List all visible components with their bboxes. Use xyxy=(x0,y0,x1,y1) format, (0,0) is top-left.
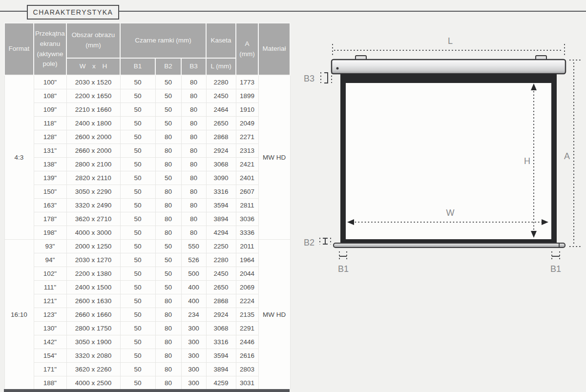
table-row: 130"2800 x 1750508030030682291 xyxy=(4,322,290,335)
cell-wxh: 2000 x 1250 xyxy=(66,240,120,253)
cell-a: 2044 xyxy=(236,267,258,281)
cell-l: 2280 xyxy=(206,75,236,89)
cell-a: 2011 xyxy=(236,240,258,253)
col-header-l-mm: L (mm) xyxy=(206,58,236,75)
cell-diagonal: 198" xyxy=(34,226,66,240)
table-row: 16:1093"2000 x 1250505055022502011MW HD xyxy=(4,240,290,253)
table-row: 178"3620 x 271050808038943036 xyxy=(4,212,290,226)
cell-diagonal: 139" xyxy=(34,171,66,185)
dim-label-b2: B2 xyxy=(304,238,314,248)
cell-l: 2868 xyxy=(206,294,236,308)
cell-l: 3594 xyxy=(206,349,236,363)
cell-a: 2271 xyxy=(236,130,258,144)
cell-b1: 50 xyxy=(120,130,155,144)
cell-diagonal: 171" xyxy=(34,363,66,376)
cassette-housing xyxy=(332,60,565,74)
cell-b1: 50 xyxy=(120,322,155,335)
cassette-screw-icon xyxy=(336,67,339,70)
table-row: 102"2200 x 1380505050024502044 xyxy=(4,267,290,281)
cell-b2: 80 xyxy=(155,294,181,308)
cell-diagonal: 142" xyxy=(34,335,66,349)
cell-b2: 50 xyxy=(155,117,181,130)
cell-a: 2421 xyxy=(236,158,258,171)
dim-label-h: H xyxy=(524,156,530,166)
cell-l: 3068 xyxy=(206,322,236,335)
cell-b2: 50 xyxy=(155,253,181,267)
cell-a: 1899 xyxy=(236,89,258,103)
cell-wxh: 3320 x 2080 xyxy=(66,349,120,363)
table-row: 118"2400 x 180050508026502049 xyxy=(4,117,290,130)
screen-dimension-diagram: L H W A B3 B2 xyxy=(293,20,586,283)
cell-l: 2250 xyxy=(206,240,236,253)
cell-b3: 526 xyxy=(181,253,206,267)
cell-diagonal: 178" xyxy=(34,212,66,226)
cell-wxh: 2600 x 2000 xyxy=(66,130,120,144)
cell-b2: 80 xyxy=(155,349,181,363)
cell-l: 3068 xyxy=(206,158,236,171)
cell-l: 3894 xyxy=(206,363,236,376)
col-header-black-frames: Czarne ramki (mm) xyxy=(120,23,206,58)
table-row: 198"4000 x 300050808042943336 xyxy=(4,226,290,240)
cell-diagonal: 109" xyxy=(34,103,66,117)
cell-diagonal: 118" xyxy=(34,117,66,130)
col-header-image-area: Obszar obrazu (mm) xyxy=(66,23,120,58)
cell-a: 2446 xyxy=(236,335,258,349)
cell-diagonal: 108" xyxy=(34,89,66,103)
cell-diagonal: 150" xyxy=(34,185,66,199)
cell-b1: 50 xyxy=(120,103,155,117)
cell-b3: 550 xyxy=(181,240,206,253)
cell-a: 1964 xyxy=(236,253,258,267)
cell-b1: 50 xyxy=(120,308,155,322)
cell-b2: 80 xyxy=(155,199,181,212)
cell-wxh: 3050 x 2290 xyxy=(66,185,120,199)
col-header-material: Materiał xyxy=(258,23,290,75)
table-row: 128"2600 x 200050808028682271 xyxy=(4,130,290,144)
cell-b1: 50 xyxy=(120,363,155,376)
format-cell: 4:3 xyxy=(4,75,34,240)
cell-b2: 80 xyxy=(155,212,181,226)
cell-l: 2924 xyxy=(206,308,236,322)
cell-b2: 80 xyxy=(155,130,181,144)
cell-l: 2924 xyxy=(206,144,236,158)
cell-b2: 80 xyxy=(155,363,181,376)
cell-b2: 50 xyxy=(155,75,181,89)
cell-b1: 50 xyxy=(120,158,155,171)
cell-l: 3316 xyxy=(206,185,236,199)
cell-b2: 50 xyxy=(155,281,181,294)
cell-b3: 400 xyxy=(181,281,206,294)
cell-wxh: 3320 x 2490 xyxy=(66,199,120,212)
cell-a: 1910 xyxy=(236,103,258,117)
cell-wxh: 2800 x 2100 xyxy=(66,158,120,171)
cell-b1: 50 xyxy=(120,144,155,158)
cell-diagonal: 100" xyxy=(34,75,66,89)
table-row: 154"3320 x 2080508030035942616 xyxy=(4,349,290,363)
cell-b3: 500 xyxy=(181,267,206,281)
cell-b3: 80 xyxy=(181,103,206,117)
section-title-box: CHARAKTERYSTYKA xyxy=(27,5,119,20)
b3-bracket xyxy=(324,73,328,83)
table-row: 163"3320 x 249050808035942811 xyxy=(4,199,290,212)
cell-b2: 80 xyxy=(155,144,181,158)
col-header-wxh: W x H xyxy=(66,58,120,75)
cell-b1: 50 xyxy=(120,226,155,240)
cell-b3: 80 xyxy=(181,212,206,226)
cell-l: 3316 xyxy=(206,335,236,349)
cell-diagonal: 163" xyxy=(34,199,66,212)
cell-a: 2224 xyxy=(236,294,258,308)
cell-a: 2313 xyxy=(236,144,258,158)
diagram-svg: L H W A B3 B2 xyxy=(293,20,586,283)
cell-wxh: 2200 x 1380 xyxy=(66,267,120,281)
cell-diagonal: 102" xyxy=(34,267,66,281)
cell-diagonal: 131" xyxy=(34,144,66,158)
cell-wxh: 2030 x 1520 xyxy=(66,75,120,89)
cell-b2: 80 xyxy=(155,226,181,240)
cell-a: 2049 xyxy=(236,117,258,130)
bottom-weight-bar xyxy=(334,243,565,248)
cell-b3: 80 xyxy=(181,171,206,185)
cell-diagonal: 128" xyxy=(34,130,66,144)
cell-diagonal: 93" xyxy=(34,240,66,253)
cell-a: 1773 xyxy=(236,75,258,89)
cell-l: 2868 xyxy=(206,130,236,144)
cell-b3: 80 xyxy=(181,89,206,103)
cell-b2: 50 xyxy=(155,267,181,281)
